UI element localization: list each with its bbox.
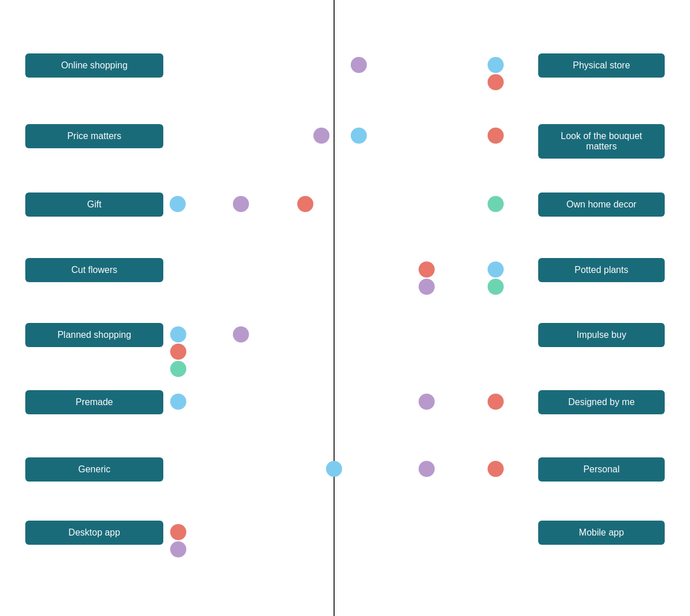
label-right-cut-potted: Potted plants — [538, 258, 665, 282]
dot-cut-potted-0 — [419, 261, 435, 278]
dot-planned-impulse-2 — [170, 361, 186, 377]
label-left-generic-personal: Generic — [25, 457, 163, 482]
label-right-price-look: Look of the bouquet matters — [538, 124, 665, 159]
dot-gift-own-2 — [297, 196, 313, 212]
dot-cut-potted-3 — [488, 279, 504, 295]
dot-price-look-1 — [351, 128, 367, 144]
dot-generic-personal-0 — [326, 461, 342, 477]
label-right-desktop-mobile: Mobile app — [538, 521, 665, 545]
dot-gift-own-1 — [233, 196, 249, 212]
dot-price-look-0 — [313, 128, 329, 144]
dot-planned-impulse-3 — [233, 326, 249, 342]
dot-online-physical-2 — [488, 74, 504, 90]
dot-online-physical-0 — [351, 57, 367, 73]
label-left-price-look: Price matters — [25, 124, 163, 148]
dot-desktop-mobile-1 — [170, 541, 186, 557]
dot-premade-designed-2 — [488, 394, 504, 410]
dot-generic-personal-2 — [488, 461, 504, 477]
label-right-online-physical: Physical store — [538, 53, 665, 78]
dot-cut-potted-2 — [488, 261, 504, 278]
dot-generic-personal-1 — [419, 461, 435, 477]
dot-online-physical-1 — [488, 57, 504, 73]
label-left-cut-potted: Cut flowers — [25, 258, 163, 282]
dot-desktop-mobile-0 — [170, 524, 186, 540]
label-right-gift-own: Own home decor — [538, 192, 665, 217]
label-left-premade-designed: Premade — [25, 390, 163, 414]
dot-gift-own-3 — [488, 196, 504, 212]
dot-price-look-2 — [488, 128, 504, 144]
dot-gift-own-0 — [170, 196, 186, 212]
dot-premade-designed-1 — [419, 394, 435, 410]
diagram-container: Online shoppingPhysical storePrice matte… — [0, 0, 690, 616]
dot-planned-impulse-1 — [170, 344, 186, 360]
label-right-premade-designed: Designed by me — [538, 390, 665, 414]
dot-cut-potted-1 — [419, 279, 435, 295]
dot-planned-impulse-0 — [170, 326, 186, 342]
label-left-planned-impulse: Planned shopping — [25, 323, 163, 347]
label-right-generic-personal: Personal — [538, 457, 665, 482]
label-left-desktop-mobile: Desktop app — [25, 521, 163, 545]
dot-premade-designed-0 — [170, 394, 186, 410]
label-right-planned-impulse: Impulse buy — [538, 323, 665, 347]
label-left-online-physical: Online shopping — [25, 53, 163, 78]
center-line — [334, 0, 335, 616]
label-left-gift-own: Gift — [25, 192, 163, 217]
